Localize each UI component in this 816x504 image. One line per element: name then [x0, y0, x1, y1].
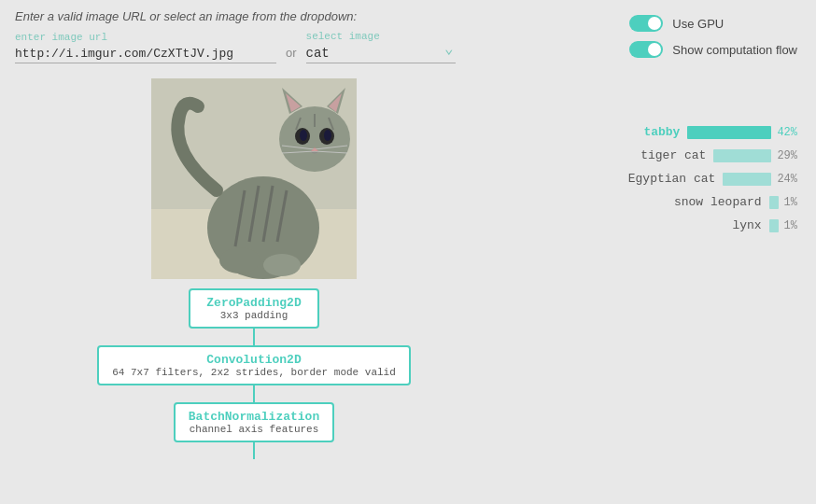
result-row-snow: snow leopard 1%: [508, 195, 797, 209]
result-row-tiger: tiger cat 29%: [508, 148, 797, 162]
result-label-tiger: tiger cat: [603, 148, 706, 162]
flow-toggle[interactable]: [629, 41, 663, 58]
bar-container-snow: 1%: [769, 196, 797, 209]
bar-tiger: [713, 149, 771, 162]
select-label: select image: [306, 31, 456, 42]
svg-point-21: [219, 247, 260, 273]
result-row-tabby: tabby 42%: [508, 125, 797, 139]
node-title-batchnorm: BatchNormalization: [189, 410, 319, 424]
flow-arrow-2: [253, 385, 255, 402]
flow-arrow-3: [253, 442, 255, 459]
node-desc-conv: 64 7x7 filters, 2x2 strides, border mode…: [112, 367, 396, 378]
result-label-tabby: tabby: [577, 125, 680, 139]
bar-tabby: [687, 126, 771, 139]
results-chart: tabby 42% tiger cat 29% Egyptian cat 24%: [508, 125, 797, 232]
cat-image: [151, 78, 357, 279]
result-label-snow: snow leopard: [659, 195, 762, 209]
result-pct-egyptian: 24%: [777, 173, 797, 186]
url-label: enter image url: [15, 32, 276, 43]
flow-node-batchnorm: BatchNormalization channel axis features: [174, 402, 334, 442]
node-desc-batchnorm: channel axis features: [189, 424, 319, 435]
flow-toggle-row: Show computation flow: [629, 41, 797, 58]
bar-lynx: [769, 219, 779, 232]
gpu-toggle-row: Use GPU: [629, 15, 797, 32]
node-desc-zeropadding: 3x3 padding: [204, 310, 304, 321]
svg-point-14: [300, 130, 307, 141]
result-label-lynx: lynx: [659, 218, 762, 232]
bar-container-tiger: 29%: [713, 149, 797, 162]
bar-container-tabby: 42%: [687, 126, 797, 139]
result-pct-tabby: 42%: [777, 126, 797, 139]
svg-point-15: [324, 130, 331, 141]
bar-container-egyptian: 24%: [723, 173, 797, 186]
right-panel: tabby 42% tiger cat 29% Egyptian cat 24%: [499, 78, 816, 459]
result-label-egyptian: Egyptian cat: [612, 172, 715, 186]
url-input[interactable]: [15, 45, 276, 63]
or-text: or: [286, 46, 297, 63]
select-wrapper: select image cat dog car plane ⌄: [306, 31, 456, 63]
node-title-zeropadding: ZeroPadding2D: [204, 296, 304, 310]
result-pct-lynx: 1%: [784, 219, 797, 232]
flow-arrow-1: [253, 329, 255, 345]
flow-node-conv: Convolution2D 64 7x7 filters, 2x2 stride…: [97, 345, 411, 385]
bar-snow: [769, 196, 779, 209]
result-row-lynx: lynx 1%: [508, 218, 797, 232]
flow-container: ZeroPadding2D 3x3 padding Convolution2D …: [97, 288, 411, 459]
gpu-toggle-label: Use GPU: [672, 17, 724, 31]
cat-image-svg: [151, 78, 357, 279]
main-content: ZeroPadding2D 3x3 padding Convolution2D …: [0, 69, 816, 459]
result-pct-tiger: 29%: [777, 149, 797, 162]
flow-node-zeropadding: ZeroPadding2D 3x3 padding: [189, 288, 319, 329]
bar-container-lynx: 1%: [769, 219, 797, 232]
result-row-egyptian: Egyptian cat 24%: [508, 172, 797, 186]
left-panel: ZeroPadding2D 3x3 padding Convolution2D …: [0, 78, 499, 459]
result-pct-snow: 1%: [784, 196, 797, 209]
svg-point-22: [263, 254, 301, 276]
node-title-conv: Convolution2D: [112, 353, 396, 367]
url-field-group: enter image url: [15, 32, 276, 63]
bar-egyptian: [723, 173, 771, 186]
controls-panel: Use GPU Show computation flow: [629, 15, 797, 58]
gpu-toggle[interactable]: [629, 15, 663, 32]
image-select[interactable]: cat dog car plane: [306, 44, 456, 63]
flow-toggle-label: Show computation flow: [672, 43, 797, 57]
